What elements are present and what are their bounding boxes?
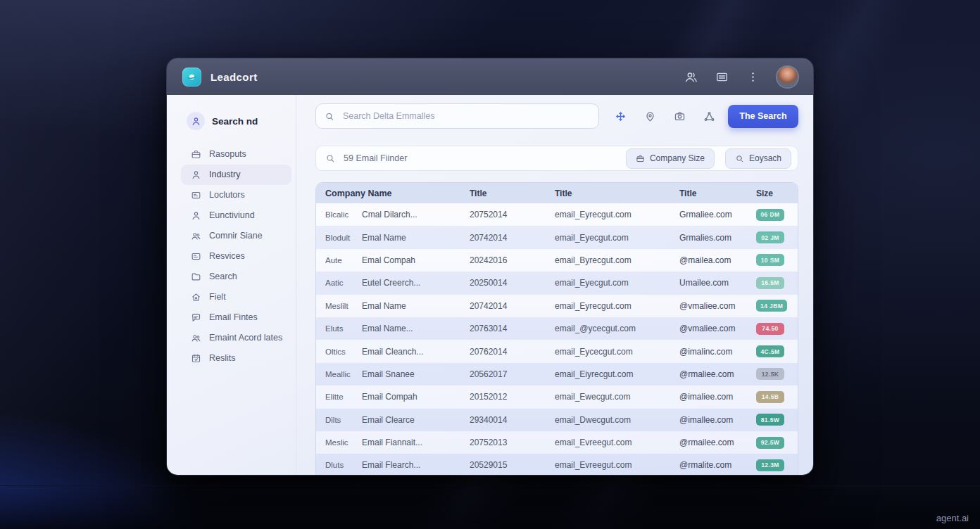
title-number: 20752013 [470,438,555,447]
table-row[interactable]: Oltics Email Cleanch... 20762014 email_E… [316,340,798,362]
main-search-input[interactable] [341,110,590,122]
camera-icon[interactable] [674,110,686,122]
sidebar-item-reslits[interactable]: Reslits [181,348,291,369]
domain: @vmaliee.com [679,324,756,333]
domain: @imaliee.com [679,392,756,402]
column-header-title-3: Title [679,189,756,198]
sidebar-item-resvices[interactable]: Resvices [181,246,291,267]
table-row[interactable]: Blcalic Cmal Dilarch... 20752014 email_E… [316,203,798,226]
search-icon [325,153,335,163]
company-desc: Emal Name [362,233,470,243]
domain: @mailea.com [679,255,756,265]
company-desc: Email Clearce [362,415,470,425]
title-number: 20250014 [470,278,555,288]
search-button[interactable]: The Search [728,105,798,128]
email-address: email_Eyrecgut.com [555,210,679,219]
email-address: email_Eycecgut.com [555,347,679,357]
email-address: email_Dwecgut.com [555,415,679,425]
table-row[interactable]: Eluts Emal Name... 20763014 email_@ycecg… [316,317,798,340]
company-name: Dilts [325,416,362,424]
company-name: Meslilt [325,302,362,310]
table-row[interactable]: Meslic Email Fiannait... 20752013 email_… [316,431,798,454]
sidebar-item-industry[interactable]: Industry [181,165,291,185]
title-number: 20752014 [470,210,555,219]
company-name: Blcalic [325,210,362,219]
size-badge: 14 JBM [756,300,787,312]
sidebar-item-eunctiviund[interactable]: Eunctiviund [181,205,291,226]
domain: @imalinc.com [679,347,756,357]
network-icon[interactable] [703,110,715,122]
app-window: Leadcort Search nd Rasoputs Industry Loc… [166,58,814,476]
sidebar-item-fielt[interactable]: Fielt [181,287,291,307]
table-row[interactable]: Aatic Eutel Creerch... 20250014 email_Ey… [316,272,798,294]
users-icon[interactable] [684,70,698,84]
pin-icon[interactable] [644,110,656,122]
domain: @rmaliee.com [679,369,756,379]
table-row[interactable]: Dilts Email Clearce 29340014 email_Dwecg… [316,409,798,431]
company-name: Aute [325,256,362,264]
calendar-icon [191,353,201,364]
company-desc: Emal Compah [362,255,470,265]
email-address: email_Eyrecgut.com [555,301,679,311]
table-row[interactable]: Dluts Email Flearch... 20529015 email_Ev… [316,454,798,475]
title-number: 20742014 [470,233,555,243]
keysearch-button[interactable]: Eoysach [725,148,791,169]
sidebar-header-label: Search nd [212,116,258,127]
size-badge: 10 SM [756,254,784,266]
company-name: Eluts [325,324,362,333]
app-logo-icon [182,68,201,87]
size-badge: 81.5W [756,414,784,426]
sidebar-item-email-fintes[interactable]: Email Fintes [181,307,291,328]
table-row[interactable]: Aute Emal Compah 20242016 email_Byrecgut… [316,249,798,272]
email-address: email_Evreegut.com [555,460,679,470]
table-row[interactable]: Meallic Email Snanee 20562017 email_Eiyr… [316,363,798,385]
titlebar-actions [684,70,760,84]
size-badge: 4C.5M [756,345,784,357]
person-icon [191,170,201,180]
company-desc: Email Compah [362,392,470,402]
company-desc: Email Fiannait... [362,438,470,447]
sidebar-item-comnir-siane[interactable]: Comnir Siane [181,226,291,246]
column-header-title-2: Title [555,189,679,198]
sidebar-item-label: Comnir Siane [209,230,263,242]
sidebar-nav: Rasoputs Industry Loclutors Eunctiviund … [181,144,291,369]
company-size-label: Company Size [650,153,705,163]
title-number: 20562017 [470,369,555,379]
table-row[interactable]: Elitte Email Compah 20152012 email_Ewecg… [316,385,798,408]
domain: @vmaliee.com [679,301,756,311]
sidebar-item-emaint-acord-lates[interactable]: Emaint Acord lates [181,328,291,348]
email-finder-input[interactable] [342,153,619,164]
size-badge: 14.5B [756,391,784,403]
kebab-icon[interactable] [746,70,760,84]
main-search[interactable] [315,103,599,129]
list-icon[interactable] [715,70,729,84]
domain: Grmaliee.com [679,210,756,219]
briefcase-icon [636,154,645,163]
sidebar-item-label: Loclutors [209,189,245,201]
people-icon [191,333,201,343]
title-number: 20763014 [470,324,555,333]
size-badge: 06 DM [756,209,784,221]
sidebar-header: Search nd [167,112,296,130]
avatar[interactable] [777,67,798,87]
toolbar-row: The Search [315,103,798,129]
email-address: email_Eyecgut.com [555,233,679,243]
email-address: email_Byrecgut.com [555,255,679,265]
title-number: 20529015 [470,460,555,470]
sidebar-item-search[interactable]: Search [181,267,291,287]
move-icon[interactable] [615,110,627,122]
card-icon [191,190,201,200]
domain: @rmailee.com [679,438,756,447]
sidebar-item-loclutors[interactable]: Loclutors [181,185,291,205]
sidebar-item-label: Industry [209,169,240,181]
search-icon [325,111,334,122]
sidebar-item-rasoputs[interactable]: Rasoputs [181,144,291,165]
company-size-button[interactable]: Company Size [626,148,715,169]
company-name: Dluts [325,461,362,469]
table-header: Company Name Title Title Title Size [316,183,798,203]
table-row[interactable]: Meslilt Emal Name 20742014 email_Eyrecgu… [316,295,798,317]
person-icon [187,112,205,130]
table-row[interactable]: Blodult Emal Name 20742014 email_Eyecgut… [316,226,798,248]
company-desc: Eutel Creerch... [362,278,470,288]
company-desc: Emal Name [362,301,470,311]
